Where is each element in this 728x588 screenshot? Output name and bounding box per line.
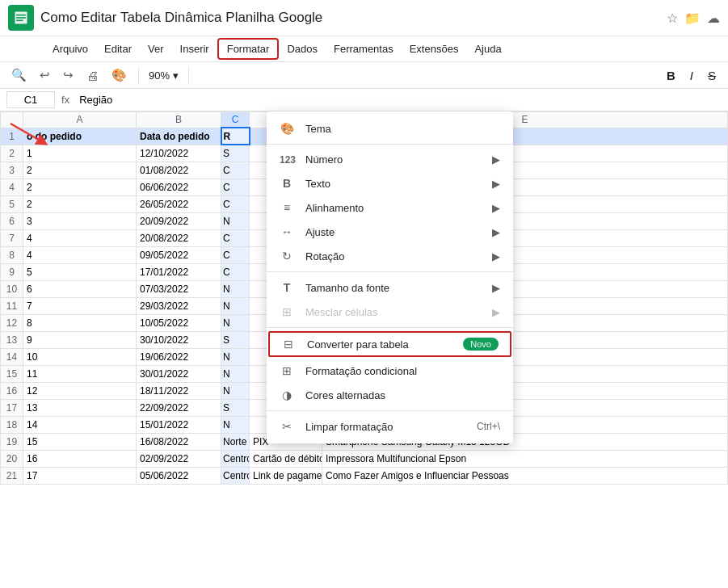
cell-reference[interactable] — [6, 91, 55, 108]
menu-inserir[interactable]: Inserir — [172, 40, 217, 58]
menu-ferramentas[interactable]: Ferramentas — [326, 40, 402, 58]
cell-a17[interactable]: 13 — [23, 399, 137, 416]
cell-e21[interactable]: Como Fazer Amigos e Influenciar Pessoas — [322, 467, 728, 484]
cell-b12[interactable]: 10/05/2022 — [137, 314, 221, 331]
cell-a13[interactable]: 9 — [23, 331, 137, 348]
cell-a4[interactable]: 2 — [23, 178, 137, 195]
italic-button[interactable]: I — [684, 66, 699, 85]
cell-b19[interactable]: 16/08/2022 — [137, 433, 221, 450]
menu-arquivo[interactable]: Arquivo — [44, 40, 96, 58]
cell-c10[interactable]: N — [221, 280, 250, 297]
zoom-selector[interactable]: 90% ▾ — [145, 68, 182, 83]
cell-c5[interactable]: C — [221, 195, 250, 212]
row-header[interactable]: 4 — [1, 178, 23, 195]
cell-c15[interactable]: N — [221, 365, 250, 382]
cell-b18[interactable]: 15/01/2022 — [137, 416, 221, 433]
cell-a15[interactable]: 11 — [23, 365, 137, 382]
undo-icon[interactable]: ↩ — [35, 65, 55, 85]
dropdown-item-texto[interactable]: B Texto ▶ — [267, 171, 513, 195]
row-header[interactable]: 19 — [1, 433, 23, 450]
row-header[interactable]: 21 — [1, 467, 23, 484]
cell-b7[interactable]: 20/08/2022 — [137, 229, 221, 246]
cell-a7[interactable]: 4 — [23, 229, 137, 246]
row-header[interactable]: 12 — [1, 314, 23, 331]
formula-input[interactable] — [76, 92, 722, 107]
cell-a14[interactable]: 10 — [23, 348, 137, 365]
row-header[interactable]: 10 — [1, 280, 23, 297]
cell-c21[interactable]: Centro-Oeste — [221, 467, 250, 484]
cell-a12[interactable]: 8 — [23, 314, 137, 331]
cell-c2[interactable]: S — [221, 145, 250, 162]
search-icon[interactable]: 🔍 — [6, 65, 32, 85]
row-header[interactable]: 15 — [1, 365, 23, 382]
cell-c3[interactable]: C — [221, 162, 250, 178]
cell-c20[interactable]: Centro-Oeste — [221, 450, 250, 467]
cell-b2[interactable]: 12/10/2022 — [137, 145, 221, 162]
dropdown-item-converter[interactable]: ⊟ Converter para tabela Novo — [268, 331, 511, 357]
cell-a5[interactable]: 2 — [23, 195, 137, 212]
paint-icon[interactable]: 🎨 — [107, 65, 132, 85]
cell-a9[interactable]: 5 — [23, 263, 137, 280]
cell-c4[interactable]: C — [221, 178, 250, 195]
col-header-c[interactable]: C — [221, 112, 250, 128]
cell-b4[interactable]: 06/06/2022 — [137, 178, 221, 195]
cell-a20[interactable]: 16 — [23, 450, 137, 467]
cell-b13[interactable]: 30/10/2022 — [137, 331, 221, 348]
cell-c12[interactable]: N — [221, 314, 250, 331]
dropdown-item-tema[interactable]: 🎨 Tema — [267, 116, 513, 141]
menu-extensoes[interactable]: Extensões — [402, 40, 467, 58]
row-header[interactable]: 11 — [1, 297, 23, 314]
cell-b6[interactable]: 20/09/2022 — [137, 212, 221, 229]
cell-b11[interactable]: 29/03/2022 — [137, 297, 221, 314]
cell-b1[interactable]: Data do pedido — [137, 128, 221, 145]
row-header[interactable]: 14 — [1, 348, 23, 365]
cell-a18[interactable]: 14 — [23, 416, 137, 433]
dropdown-item-limpar[interactable]: ✂ Limpar formatação Ctrl+\ — [267, 414, 513, 439]
row-header[interactable]: 6 — [1, 212, 23, 229]
cell-c16[interactable]: N — [221, 382, 250, 399]
cell-c17[interactable]: S — [221, 399, 250, 416]
menu-dados[interactable]: Dados — [279, 40, 326, 58]
cell-a21[interactable]: 17 — [23, 467, 137, 484]
cell-b20[interactable]: 02/09/2022 — [137, 450, 221, 467]
cell-a19[interactable]: 15 — [23, 433, 137, 450]
cell-c1[interactable]: R — [221, 128, 250, 145]
cell-b9[interactable]: 17/01/2022 — [137, 263, 221, 280]
star-icon[interactable]: ☆ — [667, 10, 678, 26]
cell-a6[interactable]: 3 — [23, 212, 137, 229]
print-icon[interactable]: 🖨 — [82, 66, 103, 85]
row-header[interactable]: 7 — [1, 229, 23, 246]
cell-c14[interactable]: N — [221, 348, 250, 365]
cell-b3[interactable]: 01/08/2022 — [137, 162, 221, 178]
dropdown-item-cores[interactable]: ◑ Cores alternadas — [267, 383, 513, 407]
dropdown-item-alinhamento[interactable]: ≡ Alinhamento ▶ — [267, 195, 513, 220]
folder-icon[interactable]: 📁 — [684, 10, 701, 26]
cell-a10[interactable]: 6 — [23, 280, 137, 297]
row-header[interactable]: 13 — [1, 331, 23, 348]
cell-b14[interactable]: 19/06/2022 — [137, 348, 221, 365]
cell-c6[interactable]: N — [221, 212, 250, 229]
cell-a3[interactable]: 2 — [23, 162, 137, 178]
cell-b15[interactable]: 30/01/2022 — [137, 365, 221, 382]
cell-a11[interactable]: 7 — [23, 297, 137, 314]
cell-a16[interactable]: 12 — [23, 382, 137, 399]
dropdown-item-rotacao[interactable]: ↻ Rotação ▶ — [267, 244, 513, 268]
cloud-icon[interactable]: ☁ — [707, 10, 720, 26]
cell-c18[interactable]: N — [221, 416, 250, 433]
menu-ver[interactable]: Ver — [140, 40, 172, 58]
bold-button[interactable]: B — [661, 66, 681, 85]
menu-formatar[interactable]: Formatar — [217, 38, 280, 60]
strikethrough-button[interactable]: S — [702, 66, 722, 85]
row-header[interactable]: 9 — [1, 263, 23, 280]
row-header[interactable]: 5 — [1, 195, 23, 212]
cell-c11[interactable]: N — [221, 297, 250, 314]
cell-b5[interactable]: 26/05/2022 — [137, 195, 221, 212]
row-header[interactable]: 8 — [1, 246, 23, 263]
redo-icon[interactable]: ↪ — [58, 65, 78, 85]
row-header[interactable]: 16 — [1, 382, 23, 399]
cell-b10[interactable]: 07/03/2022 — [137, 280, 221, 297]
row-header[interactable]: 20 — [1, 450, 23, 467]
menu-editar[interactable]: Editar — [96, 40, 140, 58]
row-header[interactable]: 3 — [1, 162, 23, 178]
cell-c8[interactable]: C — [221, 246, 250, 263]
